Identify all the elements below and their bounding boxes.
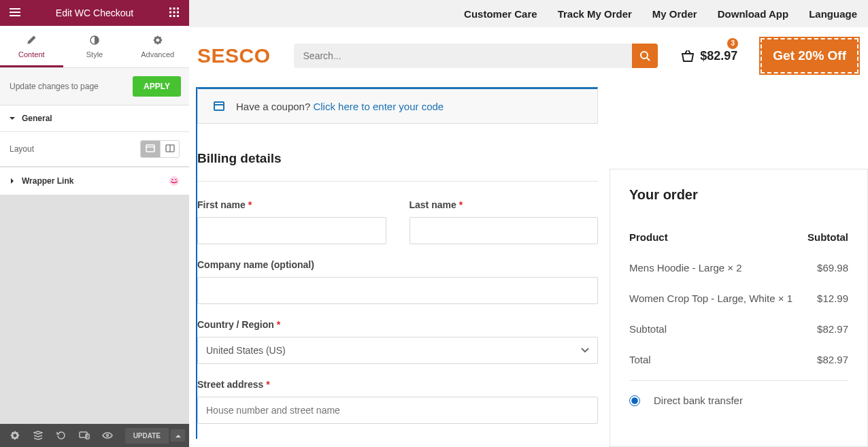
svg-rect-5 xyxy=(177,11,179,13)
cart-badge: 3 xyxy=(727,38,738,49)
cta-button[interactable]: Get 20% Off xyxy=(761,38,858,73)
svg-point-14 xyxy=(176,179,177,180)
last-name-label: Last name * xyxy=(410,199,599,210)
order-subtotal-label: Subtotal xyxy=(629,323,667,335)
apply-button[interactable]: APPLY xyxy=(133,76,181,97)
order-item-row: Women Crop Top - Large, White × 1 $12.99 xyxy=(629,283,848,314)
order-total-row: Total $82.97 xyxy=(629,344,848,375)
svg-rect-3 xyxy=(169,11,171,13)
svg-rect-1 xyxy=(173,7,176,10)
checkout-main-col: Have a coupon? Click here to enter your … xyxy=(196,87,607,439)
country-select[interactable]: United States (US) xyxy=(197,337,598,364)
tab-style[interactable]: Style xyxy=(63,26,127,67)
footer-update-button[interactable]: UPDATE xyxy=(125,428,169,444)
billing-form: First name * Last name * Company name (o… xyxy=(197,181,607,424)
site-preview: Customer Care Track My Order My Order Do… xyxy=(189,0,868,447)
window-icon xyxy=(213,100,225,112)
order-item-row: Mens Hoodie - Large × 2 $69.98 xyxy=(629,252,848,283)
order-subtotal-row: Subtotal $82.97 xyxy=(629,314,848,344)
accordion-label: Wrapper Link xyxy=(22,176,73,186)
preview-icon[interactable] xyxy=(97,427,118,444)
menu-icon[interactable] xyxy=(8,7,22,18)
coupon-text: Have a coupon? Click here to enter your … xyxy=(236,101,444,112)
street-label: Street address * xyxy=(197,379,598,390)
site-logo[interactable]: SESCO xyxy=(197,44,271,67)
svg-rect-4 xyxy=(173,11,176,13)
order-total-label: Total xyxy=(629,354,651,365)
topnav-track-order[interactable]: Track My Order xyxy=(558,8,632,20)
panel-footer: UPDATE xyxy=(0,424,189,447)
col-product: Product xyxy=(629,231,668,243)
last-name-input[interactable] xyxy=(410,217,599,244)
layout-option-full[interactable] xyxy=(141,141,160,157)
svg-point-18 xyxy=(641,52,648,59)
order-title: Your order xyxy=(629,187,848,203)
layout-toggle xyxy=(140,140,180,158)
section-general[interactable]: General xyxy=(0,105,189,132)
coupon-notice: Have a coupon? Click here to enter your … xyxy=(197,87,598,124)
coupon-link[interactable]: Click here to enter your code xyxy=(313,101,444,112)
search-input[interactable] xyxy=(294,44,633,68)
layout-full-icon xyxy=(146,144,155,154)
footer-update-menu[interactable] xyxy=(170,429,185,442)
order-head-row: Product Subtotal xyxy=(629,222,848,252)
country-field-wrap: Country / Region * United States (US) xyxy=(197,319,598,364)
tab-label: Advanced xyxy=(141,50,174,59)
svg-point-12 xyxy=(169,176,179,186)
tab-label: Content xyxy=(18,50,45,59)
search-button[interactable] xyxy=(632,44,658,68)
coupon-prefix: Have a coupon? xyxy=(236,101,313,112)
svg-rect-7 xyxy=(173,15,176,17)
panel-empty xyxy=(0,195,189,424)
topnav-my-order[interactable]: My Order xyxy=(652,8,697,20)
country-value: United States (US) xyxy=(206,345,286,356)
order-total-value: $82.97 xyxy=(817,354,848,365)
topnav-customer-care[interactable]: Customer Care xyxy=(464,8,537,20)
billing-title: Billing details xyxy=(197,151,607,166)
settings-icon[interactable] xyxy=(4,427,26,444)
search-icon xyxy=(639,50,650,61)
panel-tabs: Content Style Advanced xyxy=(0,26,189,68)
svg-rect-2 xyxy=(177,7,179,10)
street-input[interactable] xyxy=(197,397,598,424)
order-summary: Your order Product Subtotal Mens Hoodie … xyxy=(610,169,868,447)
order-item-price: $12.99 xyxy=(817,293,848,304)
panel-header: Edit WC Checkout xyxy=(0,0,189,26)
col-subtotal: Subtotal xyxy=(807,231,848,243)
cart-widget[interactable]: 3 $82.97 xyxy=(681,49,737,63)
history-icon[interactable] xyxy=(50,427,72,444)
accordion-wrapper-link[interactable]: Wrapper Link xyxy=(0,167,189,195)
topnav-download-app[interactable]: Download App xyxy=(718,8,788,20)
basket-icon xyxy=(681,50,695,62)
cart-total: $82.97 xyxy=(700,49,737,63)
first-name-field-wrap: First name * xyxy=(197,199,386,244)
site-header: SESCO 3 $82.97 Get 20% Off xyxy=(189,27,868,87)
order-subtotal-value: $82.97 xyxy=(817,323,848,335)
payment-bank-option[interactable]: Direct bank transfer xyxy=(629,381,848,406)
panel-title: Edit WC Checkout xyxy=(56,7,133,18)
contrast-icon xyxy=(66,35,124,46)
plugin-icon xyxy=(169,176,180,186)
company-field-wrap: Company name (optional) xyxy=(197,259,598,304)
navigator-icon[interactable] xyxy=(27,427,49,444)
apps-icon[interactable] xyxy=(167,7,181,19)
gear-icon xyxy=(129,35,186,46)
tab-advanced[interactable]: Advanced xyxy=(126,26,189,67)
responsive-icon[interactable] xyxy=(73,427,95,444)
svg-rect-6 xyxy=(169,15,171,17)
payment-bank-label: Direct bank transfer xyxy=(654,395,743,406)
company-label: Company name (optional) xyxy=(197,259,598,270)
layout-option-split[interactable] xyxy=(160,141,179,157)
update-hint: Update changes to page xyxy=(10,82,99,91)
last-name-field-wrap: Last name * xyxy=(410,199,599,244)
payment-bank-radio[interactable] xyxy=(629,395,640,406)
caret-right-icon xyxy=(10,176,15,186)
tab-content[interactable]: Content xyxy=(0,26,63,67)
topnav-language[interactable]: Language xyxy=(809,8,857,20)
first-name-input[interactable] xyxy=(197,217,386,244)
country-label: Country / Region * xyxy=(197,319,598,330)
company-input[interactable] xyxy=(197,277,598,304)
section-label: General xyxy=(22,114,52,123)
search-wrap xyxy=(294,44,658,68)
svg-point-17 xyxy=(107,435,109,437)
